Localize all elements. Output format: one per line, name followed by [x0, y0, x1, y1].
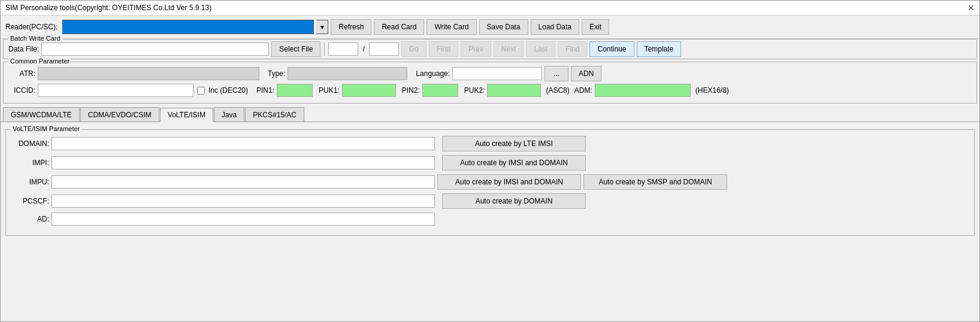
prev-button[interactable]: Prev: [461, 41, 491, 57]
inc-label: Inc (DEC20): [208, 86, 248, 95]
impu-buttons: Auto create by IMSI and DOMAIN Auto crea…: [437, 174, 727, 190]
puk2-label: PUK2:: [464, 86, 485, 95]
reader-select[interactable]: [62, 20, 314, 34]
auto-imsi-domain-impi-button[interactable]: Auto create by IMSI and DOMAIN: [442, 155, 586, 171]
atr-input[interactable]: [38, 67, 259, 80]
puk2-input[interactable]: 88888888: [487, 84, 541, 97]
find-button[interactable]: Find: [558, 41, 587, 57]
refresh-button[interactable]: Refresh: [331, 19, 371, 35]
ad-label: AD:: [13, 215, 49, 223]
tab-content-volte: VoLTE/ISIM Parameter DOMAIN: Auto create…: [1, 122, 979, 321]
common-param-section: Common Parameter ATR: Type: Language: ..…: [3, 62, 977, 104]
exit-button[interactable]: Exit: [582, 19, 609, 35]
adm-input[interactable]: 3838383838383838: [595, 84, 691, 97]
template-button[interactable]: Template: [637, 41, 682, 57]
puk1-input[interactable]: 88888888: [342, 84, 396, 97]
asc8-label: (ASC8): [546, 86, 569, 95]
volte-section: VoLTE/ISIM Parameter DOMAIN: Auto create…: [5, 129, 975, 236]
window-title: SIM Personalize tools(Copyright: OYEITIM…: [5, 4, 211, 12]
last-button[interactable]: Last: [526, 41, 555, 57]
load-data-button[interactable]: Load Data: [531, 19, 579, 35]
pin2-input[interactable]: 1234: [422, 84, 458, 97]
language-label: Language:: [416, 69, 450, 78]
domain-buttons: Auto create by LTE IMSI: [442, 136, 586, 151]
batch-section-label: Batch Write Card: [8, 35, 62, 42]
common-param-label: Common Parameter: [8, 57, 71, 65]
impi-buttons: Auto create by IMSI and DOMAIN: [442, 155, 586, 171]
slash-label: /: [361, 45, 366, 53]
type-label: Type:: [268, 69, 285, 78]
main-window: SIM Personalize tools(Copyright: OYEITIM…: [0, 0, 980, 322]
title-bar: SIM Personalize tools(Copyright: OYEITIM…: [1, 1, 979, 16]
auto-domain-button[interactable]: Auto create by DOMAIN: [442, 193, 586, 209]
iccid-label: ICCID:: [8, 86, 35, 95]
select-file-button[interactable]: Select File: [271, 41, 320, 57]
pin1-input[interactable]: 1234: [277, 84, 313, 97]
impi-label: IMPI:: [13, 159, 49, 167]
pin2-label: PIN2:: [402, 86, 420, 95]
tab-pkcs15-ac[interactable]: PKCS#15/AC: [245, 107, 304, 121]
tab-gsm-wcdma-lte[interactable]: GSM/WCDMA/LTE: [3, 107, 80, 121]
impi-input[interactable]: [52, 156, 435, 169]
language-input[interactable]: [452, 67, 542, 80]
auto-lte-imsi-button[interactable]: Auto create by LTE IMSI: [442, 136, 586, 151]
impu-row: IMPU: Auto create by IMSI and DOMAIN Aut…: [13, 174, 967, 190]
reader-label: Reader(PC/SC):: [5, 23, 58, 31]
continue-button[interactable]: Continue: [589, 41, 634, 57]
adm-label: ADM:: [574, 86, 592, 95]
domain-row: DOMAIN: Auto create by LTE IMSI: [13, 136, 967, 151]
batch-file-input[interactable]: [41, 42, 269, 56]
read-card-button[interactable]: Read Card: [374, 19, 424, 35]
adn-button[interactable]: ADN: [571, 66, 601, 81]
type-input[interactable]: [288, 67, 407, 80]
auto-smsp-domain-button[interactable]: Auto create by SMSP and DOMAIN: [583, 174, 727, 190]
write-card-button[interactable]: Write Card: [427, 19, 476, 35]
pcscf-row: PCSCF: Auto create by DOMAIN: [13, 193, 967, 209]
inc-checkbox[interactable]: [197, 87, 205, 95]
divider: [324, 42, 325, 56]
close-button[interactable]: ✕: [967, 3, 975, 13]
hex168-label: (HEX16/8): [695, 86, 729, 95]
pcscf-buttons: Auto create by DOMAIN: [442, 193, 586, 209]
batch-write-section: Batch Write Card Data File: Select File …: [3, 39, 977, 59]
batch-file-label: Data File:: [8, 45, 39, 53]
impu-input[interactable]: [52, 175, 435, 189]
domain-input[interactable]: [52, 137, 435, 150]
next-button[interactable]: Next: [494, 41, 524, 57]
tabs-row: GSM/WCDMA/LTE CDMA/EVDO/CSIM VoLTE/ISIM …: [1, 105, 979, 122]
atr-row: ATR: Type: Language: ... ADN: [8, 66, 972, 81]
first-button[interactable]: First: [429, 41, 458, 57]
domain-label: DOMAIN:: [13, 139, 49, 148]
auto-imsi-domain-impu-button[interactable]: Auto create by IMSI and DOMAIN: [437, 174, 581, 190]
tab-cdma-evdo-csim[interactable]: CDMA/EVDO/CSIM: [80, 107, 159, 121]
iccid-row: ICCID: Inc (DEC20) PIN1: 1234 PUK1: 8888…: [8, 84, 972, 97]
pcscf-input[interactable]: [52, 195, 435, 208]
reader-dropdown-arrow[interactable]: ▼: [316, 20, 328, 34]
puk1-label: PUK1:: [319, 86, 340, 95]
page-current-input[interactable]: [328, 42, 358, 56]
go-button[interactable]: Go: [401, 41, 427, 57]
pin1-label: PIN1:: [256, 86, 274, 95]
pcscf-label: PCSCF:: [13, 197, 49, 205]
atr-label: ATR:: [8, 69, 35, 78]
ad-input[interactable]: [52, 212, 435, 226]
save-data-button[interactable]: Save Data: [479, 19, 528, 35]
impu-label: IMPU:: [13, 178, 49, 186]
tab-java[interactable]: Java: [214, 107, 244, 121]
ellipsis-button[interactable]: ...: [545, 66, 568, 81]
impi-row: IMPI: Auto create by IMSI and DOMAIN: [13, 155, 967, 171]
iccid-input[interactable]: [38, 84, 193, 97]
ad-row: AD:: [13, 212, 967, 226]
volte-section-label: VoLTE/ISIM Parameter: [11, 125, 81, 132]
toolbar: Reader(PC/SC): ▼ Refresh Read Card Write…: [1, 16, 979, 39]
tab-volte-isim[interactable]: VoLTE/ISIM: [160, 108, 213, 122]
page-total-input[interactable]: [369, 42, 399, 56]
